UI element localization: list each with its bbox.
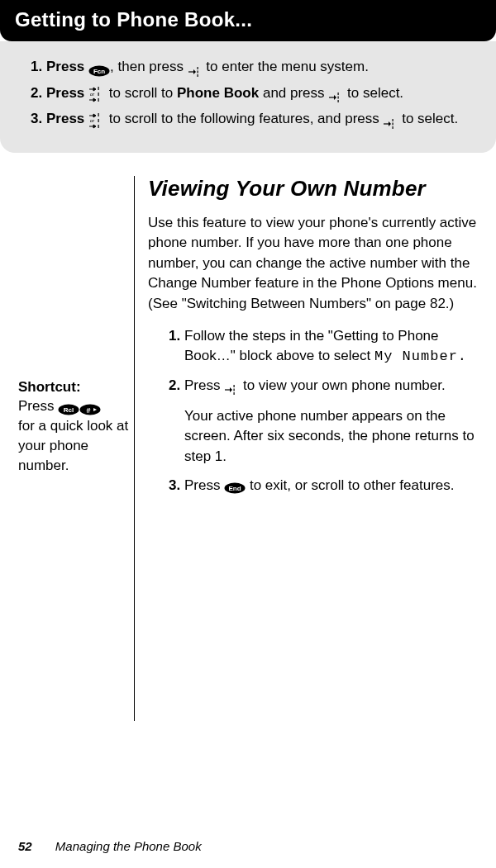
svg-text:or: or [90, 92, 94, 97]
shortcut-line2: for a quick look at your phone number. [18, 416, 134, 475]
text-bold: Phone Book [177, 85, 259, 101]
end-key-icon: End [224, 480, 246, 491]
intro-step-3: Press or to scroll to the following feat… [46, 108, 481, 130]
svg-text:Rcl: Rcl [64, 406, 74, 414]
text: Press [46, 59, 84, 74]
svg-rect-17 [393, 122, 393, 125]
svg-rect-16 [393, 119, 393, 121]
svg-text:#: # [87, 406, 91, 414]
main-column: Viewing Your Own Number Use this feature… [134, 176, 478, 721]
intro-paragraph: Use this feature to view your phone's cu… [148, 213, 478, 315]
step-2-note: Your active phone number appears on the … [184, 406, 478, 467]
text: to exit, or scroll to other features. [250, 477, 455, 493]
right-scroll-icon [383, 115, 398, 125]
svg-rect-25 [234, 392, 235, 395]
page-footer: 52 Managing the Phone Book [18, 839, 202, 853]
page-number: 52 [18, 839, 32, 853]
svg-rect-18 [393, 126, 393, 129]
text: Press [184, 477, 220, 493]
svg-rect-8 [98, 98, 99, 102]
banner: Getting to Phone Book... [0, 0, 496, 41]
up-down-scroll-icon: or [88, 85, 105, 102]
step-1: Follow the steps in the "Getting to Phon… [184, 326, 478, 368]
rcl-key-icon: Rcl [58, 401, 79, 413]
svg-rect-15 [98, 125, 99, 128]
text: Press [46, 111, 84, 126]
intro-steps-box: Press Fcn , then press to enter the menu… [0, 41, 496, 153]
section-heading: Viewing Your Own Number [148, 176, 478, 202]
svg-rect-3 [197, 70, 198, 73]
svg-rect-10 [338, 97, 339, 99]
intro-step-1: Press Fcn , then press to enter the menu… [46, 56, 481, 78]
shortcut-sidebar: Shortcut: Press Rcl # for a quick look a… [18, 176, 134, 721]
right-scroll-icon [224, 382, 239, 391]
text: to scroll to [109, 85, 173, 101]
text: and press [263, 85, 325, 101]
svg-rect-13 [98, 113, 99, 116]
svg-rect-7 [98, 92, 99, 96]
svg-rect-4 [197, 74, 198, 77]
svg-text:End: End [229, 485, 241, 492]
text: , then press [110, 59, 184, 74]
svg-text:Fcn: Fcn [93, 68, 105, 75]
lcd-text-my-number: My Number. [374, 349, 467, 364]
hash-key-icon: # [79, 401, 101, 413]
step-3: Press End to exit, or scroll to other fe… [184, 476, 478, 496]
svg-rect-24 [234, 388, 235, 391]
svg-rect-14 [98, 119, 99, 122]
fcn-key-icon: Fcn [88, 62, 110, 74]
right-scroll-icon [188, 63, 203, 73]
right-scroll-icon [328, 88, 343, 98]
svg-rect-6 [98, 87, 99, 90]
text: to select. [347, 85, 403, 101]
step-2: Press to view your own phone number. You… [184, 376, 478, 467]
chapter-title: Managing the Phone Book [55, 839, 202, 853]
text: to enter the menu system. [206, 59, 369, 74]
text: to select. [402, 111, 458, 126]
text: Press [184, 377, 220, 393]
up-down-scroll-icon: or [88, 111, 105, 128]
svg-text:or: or [90, 118, 94, 123]
text: to scroll to the following features, and… [109, 111, 379, 126]
shortcut-title: Shortcut: [18, 377, 134, 397]
svg-rect-23 [234, 385, 235, 387]
svg-rect-11 [338, 100, 339, 102]
svg-rect-9 [338, 92, 339, 95]
text: to view your own phone number. [243, 377, 446, 393]
intro-step-2: Press or to scroll to Phone Book and pre… [46, 83, 481, 104]
banner-title: Getting to Phone Book... [15, 8, 252, 31]
shortcut-line1: Press [18, 398, 58, 414]
text: Press [46, 85, 84, 101]
svg-rect-2 [197, 67, 198, 69]
